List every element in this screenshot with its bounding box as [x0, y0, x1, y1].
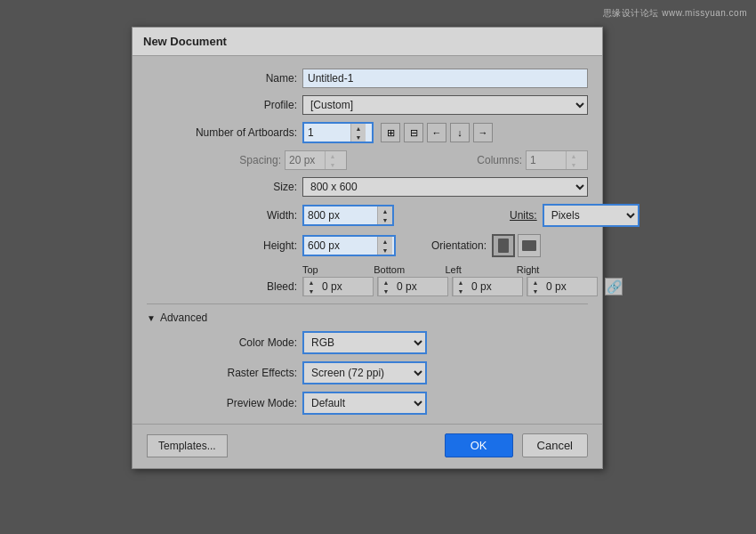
svg-rect-1 [522, 240, 536, 251]
cancel-button[interactable]: Cancel [522, 433, 588, 457]
height-label: Height: [147, 239, 302, 252]
width-units-row: Width: ▲ ▼ Units: Pixels [147, 204, 588, 227]
dialog-titlebar: New Document [133, 28, 602, 56]
arrange-down-btn[interactable]: ↓ [450, 123, 470, 142]
size-select[interactable]: 800 x 600 [302, 177, 588, 197]
height-orientation-row: Height: ▲ ▼ Orientation: [147, 234, 588, 257]
height-up[interactable]: ▲ [378, 237, 392, 246]
bleed-section: Top Bottom Left Right Bleed: ▲ ▼ [147, 264, 588, 296]
height-spinner: ▲ ▼ [377, 237, 392, 255]
units-select-wrap: Pixels [543, 204, 639, 227]
preview-label: Preview Mode: [147, 397, 302, 409]
orientation-label: Orientation: [431, 239, 487, 252]
bleed-bottom-header: Bottom [374, 264, 445, 275]
columns-input-wrap: ▲ ▼ [526, 150, 588, 170]
columns-label: Columns: [454, 154, 526, 166]
ok-button[interactable]: OK [445, 433, 513, 457]
color-mode-label: Color Mode: [147, 336, 302, 349]
bleed-right-down[interactable]: ▼ [528, 287, 543, 295]
columns-spinner: ▲ ▼ [566, 151, 581, 169]
preview-mode-row: Preview Mode: Default [147, 392, 588, 415]
svg-rect-0 [498, 239, 509, 253]
bleed-left-header: Left [446, 264, 517, 275]
bleed-top-down[interactable]: ▼ [304, 287, 318, 295]
bleed-bottom-up[interactable]: ▲ [379, 278, 393, 287]
spacing-down: ▼ [326, 160, 340, 169]
orientation-btns [492, 234, 541, 257]
spacing-label: Spacing: [147, 154, 285, 166]
profile-select[interactable]: [Custom] [302, 95, 588, 115]
arrow-icon: ▼ [147, 313, 156, 323]
bleed-right-spinner: ▲ ▼ [527, 278, 543, 295]
bleed-input-group: ▲ ▼ ▲ ▼ ▲ [302, 277, 623, 296]
bleed-right-input[interactable] [543, 279, 591, 295]
footer-right: OK Cancel [445, 433, 588, 457]
bleed-left-input[interactable] [468, 279, 516, 295]
preview-select[interactable]: Default [304, 393, 425, 413]
bleed-bottom-spinner: ▲ ▼ [378, 278, 393, 295]
bleed-left-field: ▲ ▼ [452, 277, 523, 296]
portrait-icon [497, 238, 510, 254]
arrange-grid-btn[interactable]: ⊞ [381, 123, 400, 142]
spacing-input [286, 151, 325, 169]
artboards-input[interactable] [304, 124, 350, 142]
name-label: Name: [147, 72, 302, 85]
bleed-top-up[interactable]: ▲ [304, 278, 318, 287]
portrait-btn[interactable] [492, 234, 515, 257]
bleed-left-down[interactable]: ▼ [454, 287, 468, 295]
artboards-label: Number of Artboards: [147, 126, 302, 139]
width-spinner: ▲ ▼ [377, 206, 392, 224]
watermark: 思缘设计论坛 www.missyuan.com [603, 7, 747, 20]
landscape-icon [521, 239, 537, 252]
bleed-left-up[interactable]: ▲ [454, 278, 468, 287]
raster-select[interactable]: Screen (72 ppi) [304, 363, 425, 383]
profile-row: Profile: [Custom] [147, 95, 588, 115]
bleed-top-spinner: ▲ ▼ [303, 278, 318, 295]
bleed-label: Bleed: [147, 280, 302, 293]
bleed-right-up[interactable]: ▲ [528, 278, 543, 287]
height-input-wrap: ▲ ▼ [302, 235, 396, 256]
arrange-row-btn[interactable]: ⊟ [404, 123, 423, 142]
spacing-input-wrap: ▲ ▼ [285, 150, 347, 170]
spacing-up: ▲ [326, 151, 340, 160]
artboard-controls: ⊞ ⊟ ← ↓ → [381, 123, 493, 142]
bleed-bottom-field: ▲ ▼ [377, 277, 448, 296]
bleed-bottom-input[interactable] [393, 279, 441, 295]
name-input[interactable] [302, 69, 588, 88]
templates-button[interactable]: Templates... [147, 434, 228, 457]
height-down[interactable]: ▼ [378, 246, 392, 255]
preview-select-wrap: Default [302, 392, 427, 415]
link-btn[interactable]: 🔗 [605, 278, 623, 295]
columns-input [527, 151, 566, 169]
width-down[interactable]: ▼ [378, 215, 392, 224]
color-mode-row: Color Mode: RGB [147, 331, 588, 354]
artboards-down[interactable]: ▼ [351, 133, 366, 142]
dialog-footer: Templates... OK Cancel [133, 424, 602, 468]
dialog-body: Name: Profile: [Custom] Number of Artboa… [133, 56, 602, 424]
spacing-spinner: ▲ ▼ [325, 151, 340, 169]
raster-effects-row: Raster Effects: Screen (72 ppi) [147, 361, 588, 384]
width-input-wrap: ▲ ▼ [302, 205, 394, 226]
width-label: Width: [147, 209, 302, 222]
arrange-left-btn[interactable]: ← [427, 123, 446, 142]
bleed-top-input[interactable] [318, 279, 366, 295]
landscape-btn[interactable] [518, 234, 541, 257]
artboards-up[interactable]: ▲ [351, 124, 366, 133]
bleed-top-header: Top [302, 264, 374, 275]
bleed-bottom-down[interactable]: ▼ [379, 287, 393, 295]
advanced-label: Advanced [160, 312, 207, 324]
artboards-input-wrap: ▲ ▼ [302, 122, 374, 143]
color-mode-select[interactable]: RGB [304, 333, 425, 352]
bleed-row: Bleed: ▲ ▼ ▲ ▼ [147, 277, 588, 296]
height-input[interactable] [304, 237, 377, 255]
name-row: Name: [147, 69, 588, 88]
units-select[interactable]: Pixels [544, 206, 638, 225]
dialog: New Document Name: Profile: [Custom] Num… [132, 27, 603, 469]
size-row: Size: 800 x 600 [147, 177, 588, 197]
advanced-toggle[interactable]: ▼ Advanced [147, 312, 588, 324]
width-up[interactable]: ▲ [378, 206, 392, 215]
width-input[interactable] [304, 206, 377, 224]
profile-label: Profile: [147, 99, 302, 111]
arrange-right-btn[interactable]: → [473, 123, 493, 142]
bleed-right-header: Right [517, 264, 588, 275]
